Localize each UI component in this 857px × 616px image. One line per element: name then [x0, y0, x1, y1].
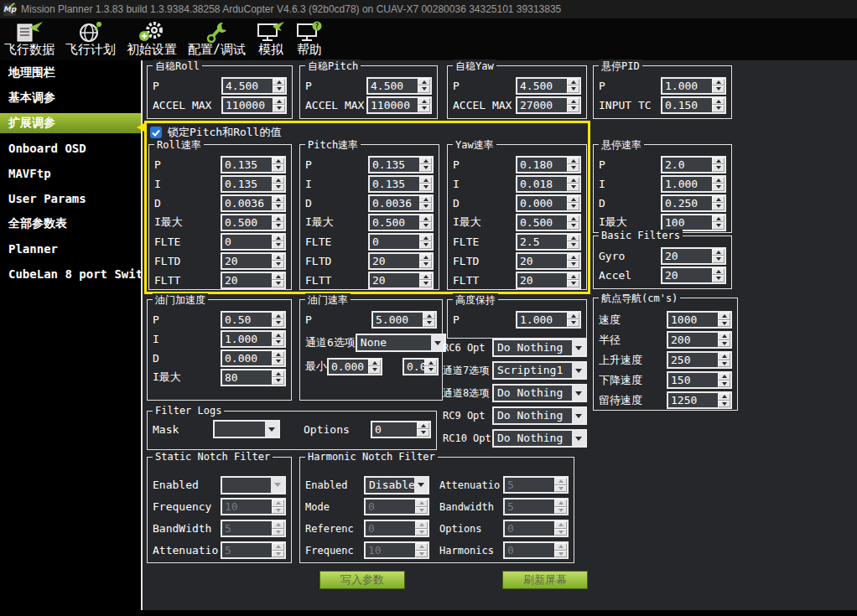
spin-up-button[interactable]	[718, 373, 730, 380]
spin-down-button[interactable]	[272, 261, 284, 268]
spin-up-button[interactable]	[712, 268, 725, 276]
spinbox-flte[interactable]: 0	[221, 233, 286, 251]
spinbox-field[interactable]: 1000	[667, 311, 732, 329]
spin-up-button[interactable]	[567, 273, 579, 281]
spin-up-button[interactable]	[567, 254, 579, 261]
sidebar-item-cubelan-switch[interactable]: CubeLan 8 port Switch	[0, 261, 141, 287]
spinbox-fltt[interactable]: 20	[516, 272, 581, 289]
spin-down-button[interactable]	[418, 105, 430, 112]
dropdown-6[interactable]: None	[356, 334, 446, 352]
spinbox-accel-max[interactable]: 110000	[366, 96, 432, 114]
spin-up-button[interactable]	[273, 79, 285, 86]
spinbox-gyro[interactable]: 20	[661, 247, 726, 265]
sidebar-item-mavftp[interactable]: MAVFtp	[0, 161, 141, 186]
spin-down-button[interactable]	[273, 85, 285, 93]
spinbox-fltd[interactable]: 20	[516, 252, 581, 270]
spin-up-button[interactable]	[718, 353, 730, 360]
sidebar-item-geofence[interactable]: 地理围栏	[0, 60, 141, 85]
spinbox-i[interactable]: 0.018	[516, 175, 581, 193]
spinbox-i[interactable]: 0.500	[516, 214, 581, 231]
spinbox-flte[interactable]: 2.5	[516, 233, 581, 251]
spin-down-button[interactable]	[567, 184, 579, 191]
spin-down-button[interactable]	[272, 358, 284, 365]
spin-up-button[interactable]	[712, 79, 725, 86]
spinbox-i[interactable]: 0.135	[221, 175, 286, 193]
sidebar-item-user-params[interactable]: User Params	[0, 186, 141, 211]
spin-down-button[interactable]	[272, 319, 284, 327]
spin-up-button[interactable]	[418, 98, 430, 106]
spin-up-button[interactable]	[718, 313, 730, 320]
spinbox-p[interactable]: 0.50	[221, 311, 286, 329]
spinbox-p[interactable]: 4.500	[366, 77, 432, 95]
spinbox-fltd[interactable]: 20	[368, 252, 434, 270]
spin-down-button[interactable]	[718, 401, 730, 408]
spin-down-button[interactable]	[712, 222, 725, 230]
spin-down-button[interactable]	[712, 275, 725, 282]
spinbox-p[interactable]: 0.135	[368, 156, 434, 173]
sidebar-item-planner[interactable]: Planner	[0, 236, 141, 261]
spin-down-button[interactable]	[712, 184, 725, 191]
dropdown-arrow-button[interactable]	[572, 386, 585, 401]
spin-down-button[interactable]	[567, 105, 579, 112]
spin-up-button[interactable]	[417, 422, 429, 430]
spin-up-button[interactable]	[272, 158, 284, 165]
spin-up-button[interactable]	[423, 313, 435, 320]
toolbar-initial-setup[interactable]: 初始设置	[127, 21, 177, 57]
spin-down-button[interactable]	[712, 85, 725, 93]
spin-down-button[interactable]	[273, 105, 285, 112]
spin-down-button[interactable]	[272, 377, 284, 385]
spin-up-button[interactable]	[567, 98, 579, 106]
spinbox-p[interactable]: 1.000	[516, 311, 581, 329]
spin-up-button[interactable]	[419, 215, 432, 223]
spinbox-flte[interactable]: 0	[368, 233, 434, 251]
sidebar-item-basic-tuning[interactable]: 基本调参	[0, 85, 141, 111]
spin-up-button[interactable]	[712, 98, 725, 106]
sidebar-item-extended-tuning[interactable]: 扩展调参	[0, 113, 143, 133]
spin-up-button[interactable]	[272, 177, 284, 184]
spinbox-fltt[interactable]: 20	[368, 272, 434, 289]
dropdown-rc10-opt[interactable]: Do Nothing	[492, 429, 587, 448]
spin-up-button[interactable]	[567, 158, 579, 165]
spin-down-button[interactable]	[272, 164, 284, 172]
spin-up-button[interactable]	[419, 254, 432, 261]
toolbar-simulation[interactable]: 模拟	[257, 21, 285, 57]
spinbox-accel-max[interactable]: 27000	[516, 96, 581, 114]
spin-up-button[interactable]	[419, 158, 432, 165]
spin-down-button[interactable]	[272, 184, 284, 191]
dropdown-rc6-opt[interactable]: Do Nothing	[492, 339, 587, 357]
spin-down-button[interactable]	[419, 280, 432, 287]
spin-down-button[interactable]	[419, 203, 432, 210]
spinbox-i[interactable]: 0.500	[368, 214, 434, 231]
spinbox-input-tc[interactable]: 0.150	[661, 96, 726, 114]
spin-down-button[interactable]	[718, 320, 730, 328]
spin-down-button[interactable]	[272, 339, 284, 346]
spin-up-button[interactable]	[368, 360, 381, 367]
spin-up-button[interactable]	[567, 79, 579, 86]
dropdown-arrow-button[interactable]	[572, 431, 585, 446]
spin-down-button[interactable]	[417, 429, 429, 437]
spin-up-button[interactable]	[419, 273, 432, 281]
spin-down-button[interactable]	[567, 261, 579, 268]
spin-down-button[interactable]	[567, 222, 579, 230]
lock-pitch-roll-checkbox[interactable]	[150, 127, 162, 138]
spin-up-button[interactable]	[712, 158, 725, 165]
spin-up-button[interactable]	[712, 215, 725, 223]
spin-down-button[interactable]	[272, 280, 284, 287]
toolbar-config-tuning[interactable]: 配置/调试	[188, 21, 246, 57]
spin-down-button[interactable]	[712, 105, 725, 112]
spin-up-button[interactable]	[567, 196, 579, 204]
spinbox-p[interactable]: 0.135	[221, 156, 286, 173]
spinbox-d[interactable]: 0.0036	[368, 194, 434, 212]
toolbar-help[interactable]: ? 帮助	[296, 21, 323, 57]
spinbox-accel-max[interactable]: 110000	[221, 96, 287, 114]
spin-up-button[interactable]	[718, 333, 730, 340]
spin-down-button[interactable]	[368, 366, 381, 374]
spin-down-button[interactable]	[423, 319, 435, 327]
spin-down-button[interactable]	[419, 222, 432, 230]
spinbox-p[interactable]: 1.000	[661, 77, 726, 95]
dropdown-mask[interactable]	[213, 420, 280, 438]
dropdown-enabled[interactable]: Disabled	[364, 476, 429, 494]
spinbox-i[interactable]: 0.500	[221, 214, 286, 231]
toolbar-flight-plan[interactable]: 飞行计划	[65, 21, 116, 57]
dropdown-arrow-button[interactable]	[572, 363, 585, 378]
